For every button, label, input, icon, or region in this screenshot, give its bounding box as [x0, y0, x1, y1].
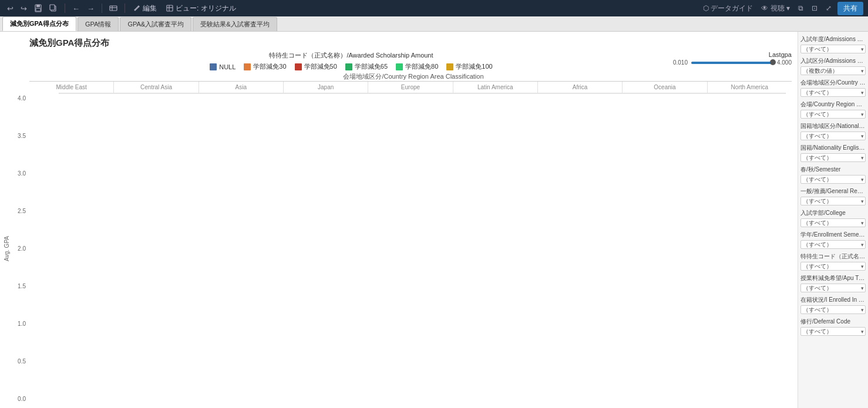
filter-select-6[interactable]: （すべて） [800, 175, 866, 184]
legend-item-50: 学部減免50 [295, 62, 337, 71]
chart-body[interactable] [59, 93, 786, 94]
prev-button[interactable]: ← [70, 3, 82, 14]
filter-label-2: 会場地域区分/Country Re... [800, 79, 866, 87]
tab-gpa-info[interactable]: GPA情報 [78, 17, 119, 31]
legend-items: NULL 学部減免30 学部減免50 学部減免65 [210, 62, 492, 71]
chart-title: 減免別GPA得点分布 [0, 32, 798, 51]
region-axis-label: 会場地域区分/Country Region Area Classificatio… [29, 72, 798, 81]
legend-swatch-50 [295, 63, 302, 70]
filter-group-6: 春/秋/Semester（すべて） [800, 166, 866, 184]
lastgpa-slider[interactable] [691, 62, 773, 64]
xaxis-label-japan: Japan [284, 82, 368, 93]
filter-select-wrapper-1: （複数の値） [800, 66, 866, 75]
filter-select-wrapper-10: （すべて） [800, 262, 866, 271]
legend-item-100: 学部減免100 [446, 62, 492, 71]
filter-select-4[interactable]: （すべて） [800, 131, 866, 140]
filter-select-1[interactable]: （複数の値） [800, 66, 866, 75]
tabbar: 減免別GPA得点分布 GPA情報 GPA&入試審査平均 受験結果&入試審査平均 [0, 16, 868, 32]
slider-thumb[interactable] [770, 59, 776, 65]
filter-select-2[interactable]: （すべて） [800, 88, 866, 97]
toolbar: ↩ ↪ ← → 編集 ビュー: オリジナル ⬡ データガイド 👁 視聴 ▾ ⧉ … [0, 0, 868, 16]
next-button[interactable]: → [85, 3, 97, 14]
svg-rect-9 [167, 5, 173, 11]
filter-label-6: 春/秋/Semester [800, 166, 866, 174]
filter-label-8: 入試学部/College [800, 209, 866, 217]
filter-label-7: 一般/推薦/General Recom... [800, 187, 866, 195]
window-button-2[interactable]: ⊡ [809, 3, 820, 14]
tab-gpa-avg[interactable]: GPA&入試審査平均 [120, 17, 191, 31]
filter-select-12[interactable]: （すべて） [800, 305, 866, 314]
yaxis-25: 2.5 [18, 208, 26, 214]
tab-exam-avg[interactable]: 受験結果&入試審査平均 [193, 17, 277, 31]
slider-fill [691, 62, 773, 64]
tab-gpa-distribution[interactable]: 減免別GPA得点分布 [2, 16, 76, 31]
filter-label-3: 会場/Country Region Eng... [800, 100, 866, 109]
legend-swatch-30 [244, 63, 251, 70]
filter-select-5[interactable]: （すべて） [800, 153, 866, 162]
save-button[interactable] [32, 3, 45, 14]
filter-select-wrapper-6: （すべて） [800, 175, 866, 184]
legend-title: 特待生コード（正式名称）/Awarded Scholarship Amount [269, 51, 433, 60]
filter-label-13: 修行/Deferral Code [800, 318, 866, 326]
svg-rect-2 [36, 8, 41, 11]
edit-label[interactable]: 編集 [130, 2, 160, 15]
undo-button[interactable]: ↩ [5, 3, 16, 14]
xaxis-label-middle-east: Middle East [29, 82, 114, 93]
legend-item-30: 学部減免30 [244, 62, 286, 71]
legend-swatch-80 [396, 63, 403, 70]
toolbar-divider-2 [102, 4, 102, 13]
legend-swatch-100 [446, 63, 453, 70]
data-guide-button[interactable]: ⬡ データガイド [701, 2, 755, 15]
svg-rect-4 [50, 5, 55, 10]
yaxis-05: 0.5 [18, 358, 26, 365]
filter-select-10[interactable]: （すべて） [800, 262, 866, 271]
filter-group-8: 入試学部/College（すべて） [800, 209, 866, 227]
filter-label-1: 入試区分/Admissions Cla... [800, 57, 866, 65]
yaxis-1: 1.0 [18, 321, 26, 327]
window-button-1[interactable]: ⧉ [796, 3, 806, 14]
filter-select-wrapper-9: （すべて） [800, 240, 866, 249]
redo-button[interactable]: ↪ [18, 3, 29, 14]
filter-select-13[interactable]: （すべて） [800, 327, 866, 336]
toolbar-right: ⬡ データガイド 👁 視聴 ▾ ⧉ ⊡ ⤢ 共有 [701, 2, 863, 15]
svg-rect-5 [110, 6, 117, 11]
filter-select-wrapper-2: （すべて） [800, 88, 866, 97]
filter-label-11: 授業料減免希望/Apu Tuiti... [800, 274, 866, 282]
view-label[interactable]: ビュー: オリジナル [163, 2, 240, 15]
filter-select-0[interactable]: （すべて） [800, 45, 866, 53]
xaxis-label-africa: Africa [538, 82, 623, 93]
filter-label-5: 国籍/Nationality English ... [800, 144, 866, 152]
filter-select-3[interactable]: （すべて） [800, 110, 866, 119]
filter-group-9: 学年/Enrollment Semest...（すべて） [800, 231, 866, 249]
filter-select-wrapper-12: （すべて） [800, 305, 866, 314]
filter-select-9[interactable]: （すべて） [800, 240, 866, 249]
legend-item-65: 学部減免65 [345, 62, 388, 71]
xaxis-label-europe: Europe [368, 82, 453, 93]
data-icon-button[interactable] [107, 3, 120, 14]
filter-select-wrapper-8: （すべて） [800, 218, 866, 227]
filter-select-wrapper-7: （すべて） [800, 197, 866, 205]
filter-sidebar: 入試年度/Admissions Year（すべて）入試区分/Admissions… [798, 32, 868, 408]
filter-group-10: 特待生コード（正式名称...（すべて） [800, 252, 866, 271]
filter-group-0: 入試年度/Admissions Year（すべて） [800, 35, 866, 53]
lastgpa-max: 4.000 [777, 59, 792, 66]
filter-select-7[interactable]: （すべて） [800, 197, 866, 205]
filter-select-11[interactable]: （すべて） [800, 284, 866, 292]
share-button[interactable]: 共有 [837, 2, 863, 15]
duplicate-button[interactable] [47, 3, 60, 14]
lastgpa-min: 0.010 [673, 59, 688, 66]
xaxis-row: Middle East Central Asia Asia Japan Euro… [29, 81, 792, 93]
yaxis-title: Avg. GPA [4, 236, 10, 261]
filter-group-2: 会場地域区分/Country Re...（すべて） [800, 79, 866, 97]
legend-swatch-null [210, 63, 217, 70]
legend-swatch-65 [345, 63, 352, 70]
xaxis-label-central-asia: Central Asia [114, 82, 199, 93]
yaxis-15: 1.5 [18, 283, 26, 289]
chart-area: 減免別GPA得点分布 特待生コード（正式名称）/Awarded Scholars… [0, 32, 798, 408]
resize-button[interactable]: ⤢ [823, 3, 834, 14]
main-content: 減免別GPA得点分布 特待生コード（正式名称）/Awarded Scholars… [0, 32, 868, 408]
filter-select-wrapper-0: （すべて） [800, 45, 866, 53]
svg-rect-1 [36, 5, 40, 7]
view-mode-button[interactable]: 👁 視聴 ▾ [759, 2, 792, 15]
filter-select-8[interactable]: （すべて） [800, 218, 866, 227]
